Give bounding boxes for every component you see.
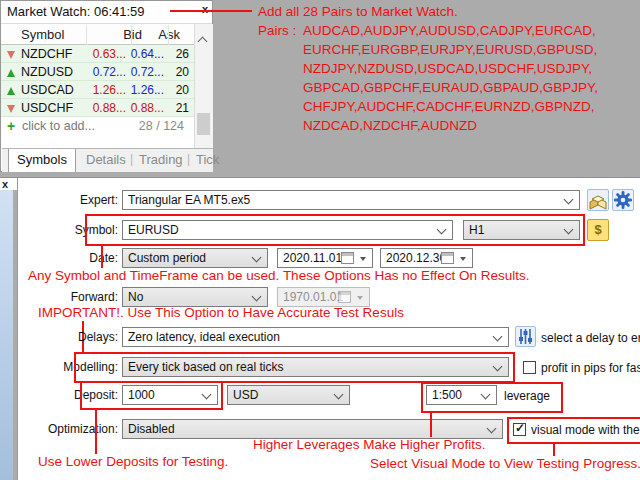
annotation-connector-line — [553, 443, 555, 456]
date-to-value: 2020.12.30 — [386, 251, 446, 265]
expert-select[interactable]: Triangular EA MT5.ex5 — [122, 190, 580, 210]
chevron-down-icon — [252, 292, 262, 302]
up-arrow-icon — [7, 69, 15, 77]
timeframe-value: H1 — [469, 223, 484, 237]
close-icon[interactable]: x — [202, 3, 208, 15]
table-row[interactable]: NZDCHF 0.63... 0.64... 26 — [1, 45, 194, 63]
column-header-bid[interactable]: Bid — [123, 27, 142, 42]
timeframe-select[interactable]: H1 — [463, 220, 580, 240]
delay-hint-text: select a delay to em — [541, 331, 640, 345]
annotation-pairs-line: NZDJPY,NZDUSD,USDCAD,USDCHF,USDJPY, — [303, 61, 592, 76]
annotation-pairs-line: AUDCAD,AUDJPY,AUDUSD,CADJPY,EURCAD, — [303, 23, 596, 38]
journal-button[interactable] — [587, 189, 609, 211]
optimization-select[interactable]: Disabled — [122, 419, 503, 439]
annotation-add-pairs: Add all 28 Pairs to Market Watch. — [258, 4, 458, 19]
column-header-symbol[interactable]: Symbol — [21, 27, 64, 42]
annotation-pairs-line: CHFJPY,AUDCHF,CADCHF,EURNZD,GBPNZD, — [303, 99, 595, 114]
annotation-deposit-note: Use Lower Deposits for Testing. — [38, 454, 228, 469]
date-from-value: 2020.11.01 — [283, 251, 342, 265]
down-arrow-icon — [7, 105, 15, 113]
spread-cell: 20 — [176, 65, 189, 79]
forward-select[interactable]: No — [122, 287, 268, 307]
tab-trading[interactable]: Trading — [139, 152, 183, 167]
leverage-value: 1:500 — [432, 388, 462, 402]
symbol-count: 28 / 124 — [139, 119, 184, 133]
chevron-down-icon — [334, 390, 344, 400]
click-to-add-label: click to add... — [22, 119, 95, 133]
spread-cell: 21 — [176, 101, 189, 115]
symbol-cell: NZDUSD — [21, 65, 73, 79]
currency-value: USD — [233, 388, 258, 402]
symbol-properties-button[interactable] — [587, 219, 609, 241]
tab-details[interactable]: Details — [86, 152, 126, 167]
leverage-text: leverage — [504, 389, 550, 403]
side-strip — [0, 190, 13, 480]
delay-settings-button[interactable] — [515, 326, 536, 347]
panel-border — [17, 178, 18, 480]
leverage-select[interactable]: 1:500 — [426, 385, 497, 405]
annotation-pairs-line: EURCHF,EURGBP,EURJPY,EURUSD,GBPUSD, — [303, 42, 597, 57]
close-icon[interactable]: x — [2, 178, 8, 190]
tab-symbols[interactable]: Symbols — [8, 149, 76, 172]
scrollbar-thumb[interactable] — [197, 113, 210, 135]
currency-select[interactable]: USD — [227, 385, 350, 405]
mt5-screenshot: Market Watch: 06:41:59 x Symbol Bid Ask … — [0, 0, 640, 480]
ask-cell: 0.88... — [131, 101, 164, 115]
profit-in-pips-checkbox[interactable] — [523, 361, 536, 374]
tab-separator: | — [130, 152, 133, 166]
chevron-down-icon — [564, 195, 574, 205]
annotation-visual-note: Select Visual Mode to View Testing Progr… — [370, 456, 640, 471]
annotation-symbol-note: Any Symbol and TimeFrame can be used. Th… — [28, 268, 530, 283]
chevron-down-icon — [252, 253, 262, 263]
column-header-ask[interactable]: Ask — [158, 27, 180, 42]
date-label: Date: — [30, 248, 118, 268]
annotation-important-note: IMPORTANT!. Use This Option to Have Accu… — [38, 305, 404, 320]
visual-mode-label[interactable]: visual mode with the di — [531, 423, 640, 437]
expert-value: Triangular EA MT5.ex5 — [128, 193, 250, 207]
date-to-field[interactable]: 2020.12.30 — [380, 248, 473, 268]
annotation-pairs-line: NZDCAD,NZDCHF,AUDNZD — [303, 118, 477, 133]
chevron-down-icon — [487, 424, 497, 434]
chevron-down-icon — [493, 332, 503, 342]
tab-tick[interactable]: Tick — [196, 152, 219, 167]
deposit-select[interactable]: 1000 — [122, 385, 218, 405]
bid-cell: 0.63... — [93, 47, 126, 61]
calendar-icon — [341, 252, 354, 264]
symbol-cell: USDCHF — [21, 101, 73, 115]
table-row[interactable]: NZDUSD 0.72... 0.72... 20 — [1, 63, 194, 81]
optimization-value: Disabled — [128, 422, 175, 436]
delays-value: Zero latency, ideal execution — [128, 330, 280, 344]
tab-separator: | — [187, 152, 190, 166]
symbol-select[interactable]: EURUSD — [122, 220, 453, 240]
delays-select[interactable]: Zero latency, ideal execution — [122, 327, 509, 347]
profit-in-pips-label[interactable]: profit in pips for faster c — [541, 361, 640, 375]
visual-mode-checkbox[interactable] — [513, 423, 526, 436]
annotation-pairs-prefix: Pairs : — [258, 23, 296, 38]
calendar-icon — [441, 252, 454, 264]
date-mode-select[interactable]: Custom period — [122, 248, 268, 268]
spread-cell: 20 — [176, 83, 189, 97]
gear-icon — [613, 190, 633, 210]
table-row[interactable]: USDCHF 0.88... 0.88... 21 — [1, 99, 194, 117]
table-row[interactable]: USDCAD 1.26... 1.26... 20 — [1, 81, 194, 99]
forward-date-value: 1970.01.01 — [283, 290, 343, 304]
scroll-up-icon[interactable] — [199, 31, 206, 49]
click-to-add-row[interactable]: + click to add... 28 / 124 — [1, 117, 194, 135]
bid-cell: 0.88... — [93, 101, 126, 115]
symbol-cell: NZDCHF — [21, 47, 72, 61]
plus-icon: + — [7, 118, 15, 134]
annotation-connector-line — [170, 10, 252, 12]
down-arrow-icon — [7, 51, 15, 59]
modelling-select[interactable]: Every tick based on real ticks — [122, 357, 509, 377]
calendar-dropdown-icon — [357, 296, 363, 300]
annotation-leverage-note: Higher Leverages Make Higher Profits. — [253, 437, 486, 452]
forward-label: Forward: — [30, 287, 118, 307]
expert-properties-button[interactable] — [612, 189, 634, 211]
calendar-dropdown-icon — [360, 257, 366, 261]
date-from-field[interactable]: 2020.11.01 — [277, 248, 373, 268]
calendar-icon — [338, 291, 351, 303]
bid-cell: 0.72... — [93, 65, 126, 79]
ask-cell: 0.64... — [131, 47, 164, 61]
forward-value: No — [128, 290, 143, 304]
symbol-label: Symbol: — [30, 220, 118, 240]
